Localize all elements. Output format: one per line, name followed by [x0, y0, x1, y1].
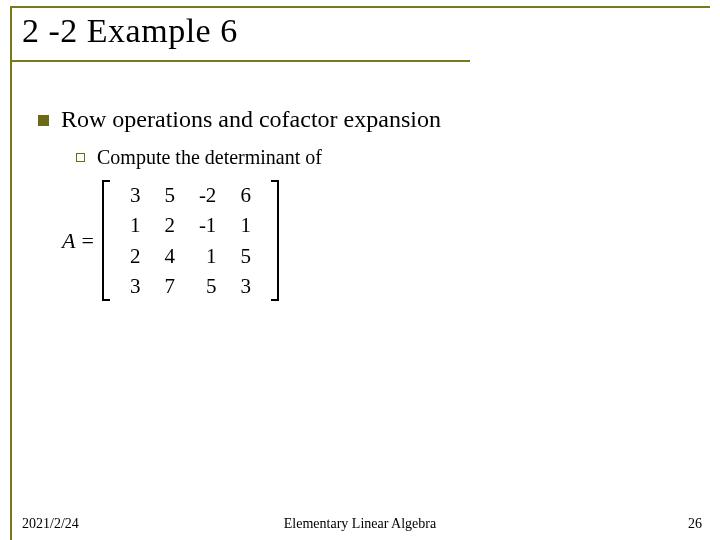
matrix-cell: -1: [187, 210, 229, 240]
left-bracket-icon: [102, 180, 112, 301]
footer-title: Elementary Linear Algebra: [0, 516, 720, 532]
matrix-cell: 1: [187, 241, 229, 271]
matrix-equation: A = 3 5 -2 6 1 2 -1 1 2 4: [62, 180, 279, 301]
decor-line-under-title: [10, 60, 470, 62]
slide-title: 2 -2 Example 6: [22, 12, 238, 50]
matrix-cell: 2: [152, 210, 187, 240]
matrix-cell: 6: [228, 180, 263, 210]
bullet-level-1: Row operations and cofactor expansion: [38, 106, 441, 133]
table-row: 2 4 1 5: [118, 241, 263, 271]
matrix-cell: -2: [187, 180, 229, 210]
matrix-cell: 5: [228, 241, 263, 271]
matrix-cell: 4: [152, 241, 187, 271]
decor-line-left: [10, 6, 12, 540]
matrix-cell: 3: [118, 180, 153, 210]
matrix-cell: 1: [228, 210, 263, 240]
right-bracket-icon: [269, 180, 279, 301]
matrix-cell: 5: [152, 180, 187, 210]
table-row: 3 7 5 3: [118, 271, 263, 301]
matrix-body: 3 5 -2 6 1 2 -1 1 2 4 1 5: [102, 180, 279, 301]
slide: 2 -2 Example 6 Row operations and cofact…: [0, 0, 720, 540]
matrix-cell: 5: [187, 271, 229, 301]
matrix-cell: 3: [118, 271, 153, 301]
matrix-cell: 1: [118, 210, 153, 240]
equals-sign: =: [81, 228, 93, 254]
slide-footer: 2021/2/24 Elementary Linear Algebra 26: [0, 516, 720, 532]
decor-line-top: [10, 6, 710, 8]
matrix-cell: 7: [152, 271, 187, 301]
bullet-2-text: Compute the determinant of: [97, 146, 322, 169]
matrix-variable: A: [62, 228, 75, 254]
bullet-1-text: Row operations and cofactor expansion: [61, 106, 441, 133]
matrix-cell: 2: [118, 241, 153, 271]
open-square-bullet-icon: [76, 153, 85, 162]
matrix-cell: 3: [228, 271, 263, 301]
table-row: 1 2 -1 1: [118, 210, 263, 240]
square-bullet-icon: [38, 115, 49, 126]
table-row: 3 5 -2 6: [118, 180, 263, 210]
bullet-level-2: Compute the determinant of: [76, 146, 322, 169]
matrix-table: 3 5 -2 6 1 2 -1 1 2 4 1 5: [118, 180, 263, 301]
